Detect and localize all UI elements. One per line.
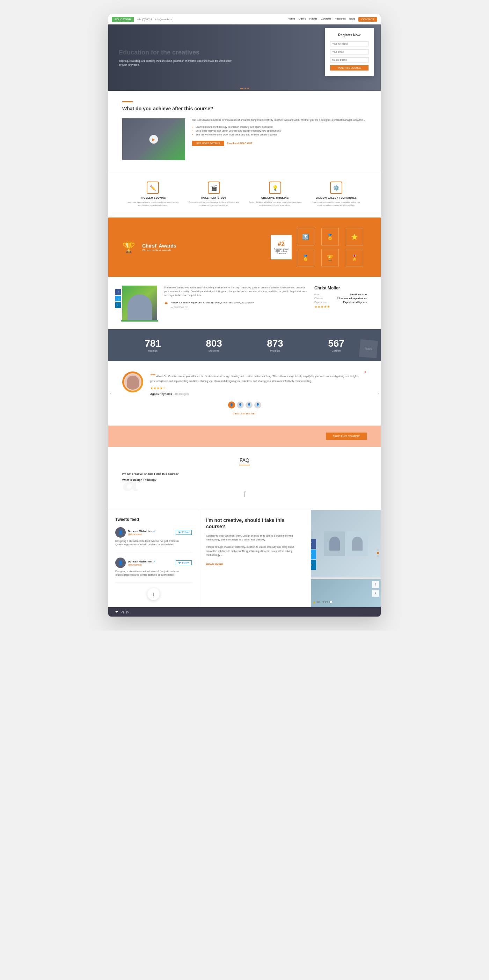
testimonial-quote-text: ❝❝ At our Get Creative course you will l…	[150, 371, 367, 383]
achieve-title: What do you achieve after this course?	[122, 106, 367, 111]
feature-title-2: ROLE PLAY STUDY	[187, 197, 241, 199]
problem-solving-icon: ✏️	[147, 181, 159, 194]
award-icon-3: ⭐	[346, 228, 363, 245]
cta-button[interactable]: TAKE THIS COURSE	[326, 433, 367, 440]
article-title: I'm not creative, should I take this cou…	[206, 517, 304, 530]
testimonial-content: ❝❝ At our Get Creative course you will l…	[150, 371, 367, 396]
testimonial-author: Agnes Reynolds	[150, 393, 172, 396]
from-value: San Francisco	[350, 293, 367, 296]
achieve-list-item-3: See the world differently, work more cre…	[192, 133, 367, 137]
achieve-buttons: SEE MORE DETAILS Enroll and READ OUT	[192, 141, 367, 146]
nav-home[interactable]: Home	[287, 17, 295, 22]
profile-quote: We believe creativity is at the heart of…	[164, 286, 307, 308]
article-text-1: Contrary to what you might think. Design…	[206, 534, 304, 541]
stat-3: 💬	[330, 601, 333, 604]
testimonial-label: Testimonial	[122, 412, 367, 415]
features-section: ✏️ PROBLEM SOLVING Learn new approaches …	[108, 171, 381, 218]
nav-features[interactable]: Features	[334, 17, 346, 22]
nav-demo[interactable]: Demo	[299, 17, 306, 22]
read-more-link[interactable]: READ MORE	[206, 563, 223, 566]
awards-grid: 🔝 🏅 ⭐ 🥇 🏆 🎖️	[297, 228, 367, 266]
testimonial-avatar	[122, 371, 143, 393]
heart-icon: ❤	[115, 610, 118, 614]
follow-button-1[interactable]: 🐦 Follow	[176, 530, 192, 535]
nav-blog[interactable]: Blog	[349, 17, 355, 22]
twitter-btn[interactable]: t	[115, 296, 121, 301]
classes-value: 21 advanced experiences	[338, 297, 367, 299]
hero-dot-1[interactable]	[240, 88, 244, 89]
testimonial-arrow-right[interactable]: ›	[377, 390, 379, 396]
profile-experience: Experience Experienced 3 years	[314, 301, 367, 303]
social-float-facebook[interactable]: f	[311, 539, 316, 549]
hero-background: Education for the creatives Inspiring, e…	[108, 24, 381, 91]
scroll-down-button[interactable]: ↓	[147, 588, 159, 600]
scroll-down-arrow[interactable]: ↓	[372, 590, 379, 597]
carousel-dot-1[interactable]: 👤	[228, 401, 235, 409]
faq-bg-letter: a	[122, 465, 138, 498]
nav-courses[interactable]: Courses	[321, 17, 331, 22]
nav-contact[interactable]: CONTACT	[358, 17, 377, 22]
stat-course: 567 Course	[328, 338, 344, 352]
testimonial-arrow-left[interactable]: ‹	[110, 390, 112, 396]
enroll-text: Enroll and READ OUT	[227, 142, 253, 145]
play-button[interactable]: ▶	[150, 135, 158, 144]
stat-ratings: 781 Ratings	[145, 338, 161, 352]
phone-input[interactable]	[330, 57, 368, 62]
tweet-handle-2: @duncannid	[128, 563, 156, 566]
carousel-dots: 👤 👤 👤 👤	[122, 401, 367, 409]
full-name-input[interactable]	[330, 41, 368, 46]
scroll-up-button[interactable]: ↑	[372, 581, 379, 588]
email-input[interactable]	[330, 49, 368, 54]
facebook-btn[interactable]: f	[115, 289, 121, 295]
follow-button-2[interactable]: 🐦 Follow	[176, 560, 192, 565]
testimonial-location: 📍	[363, 371, 367, 374]
faq-item-1: I'm not creative, should I take this cou…	[122, 473, 367, 476]
carousel-dot-2[interactable]: 👤	[237, 401, 244, 409]
social-sidebar: f t in	[115, 289, 121, 308]
right-image-top	[311, 510, 381, 578]
profile-green-border	[121, 320, 158, 321]
tweets-title: Tweets feed	[115, 517, 192, 522]
social-float-twitter[interactable]: t	[311, 549, 316, 559]
experience-label: Experience	[314, 301, 327, 303]
section-title-line	[122, 101, 133, 102]
twitter-bird-icon-1: 🐦	[178, 531, 181, 534]
hero-dots	[240, 88, 249, 89]
stats-section: 781 Ratings 803 Students 873 Projects 56…	[108, 329, 381, 361]
feature-problem-solving: ✏️ PROBLEM SOLVING Learn new approaches …	[122, 178, 183, 210]
forward-icon: ▷	[126, 610, 129, 614]
bottom-bar: ❤ ◁ ▷	[108, 607, 381, 617]
testimonial-stars: ★★★★☆	[150, 386, 367, 390]
achieve-list-item-1: Learn tools and methodology to unleash c…	[192, 125, 367, 129]
social-float-linkedin[interactable]: in	[311, 560, 316, 570]
feature-silicon-valley: ⚙️ SILICON VALLEY TECHNIQUES Learn metho…	[306, 178, 367, 210]
awards-section: 🏆 Chirst' Awards We are achieve awards #…	[108, 218, 381, 277]
see-more-button[interactable]: SEE MORE DETAILS	[192, 141, 224, 146]
hero-dot-3[interactable]	[247, 88, 249, 89]
twitter-bird-icon-2: 🐦	[178, 562, 181, 564]
faq-question-2[interactable]: What is Design Thinking?	[122, 478, 367, 482]
feature-title-3: CREATIVE THINKING	[248, 197, 302, 199]
rdot-2	[377, 552, 379, 554]
wreath-icon: 🏆	[122, 241, 135, 253]
tweet-text-1: Designing a site with embedded tweets? I…	[115, 539, 192, 547]
achieve-image: ▶	[122, 118, 185, 160]
feature-desc-1: Learn new approaches to problem solving,…	[126, 201, 180, 207]
carousel-dot-3[interactable]: 👤	[245, 401, 253, 409]
experience-value: Experienced 3 years	[343, 301, 367, 303]
take-course-button[interactable]: TAKE THIS COURSE	[330, 65, 368, 70]
nav-pages[interactable]: Pages	[309, 17, 317, 22]
rdot-1	[377, 549, 379, 551]
achieve-content: ▶ Our Get Creative course is for individ…	[122, 118, 367, 160]
creative-thinking-icon: 💡	[269, 181, 281, 194]
stat-label-course: Course	[328, 349, 344, 352]
linkedin-btn[interactable]: in	[115, 302, 121, 308]
stat-1: 🔒 341	[312, 601, 321, 604]
faq-question-1[interactable]: I'm not creative, should I take this cou…	[122, 473, 367, 476]
stat-projects: 873 Projects	[267, 338, 283, 352]
page-wrapper: EDUCATION +84 (0)70014 info@enable.cc Ho…	[0, 0, 489, 630]
carousel-dot-4[interactable]: 👤	[254, 401, 261, 409]
profile-avatar	[127, 294, 152, 320]
hero-dot-2[interactable]	[244, 88, 246, 89]
tweet-user-info-2: Duncan Midwinter ✓ @duncannid	[128, 560, 156, 566]
